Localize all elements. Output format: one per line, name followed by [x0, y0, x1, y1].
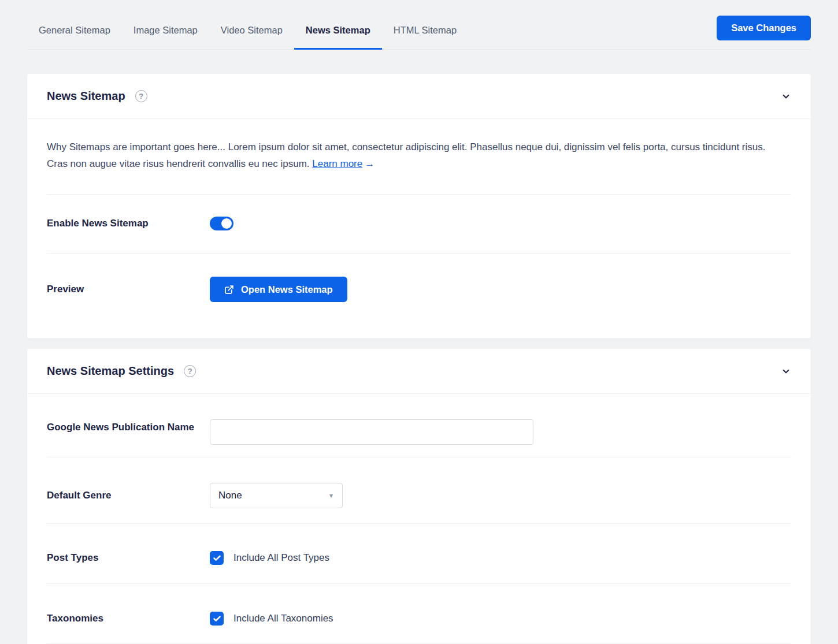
settings-card-body: Google News Publication Name Default Gen… [27, 394, 811, 644]
publication-name-input[interactable] [210, 419, 533, 445]
external-link-icon [224, 285, 234, 295]
news-sitemap-card: News Sitemap ? Why Sitemaps are importan… [27, 74, 811, 338]
settings-card-title: News Sitemap Settings [47, 364, 174, 378]
default-genre-selected-value: None [218, 490, 242, 501]
taxonomies-row: Taxonomies Include All Taxonomies [47, 583, 791, 643]
description-text: Why Sitemaps are important goes here... … [47, 142, 765, 169]
enable-news-sitemap-row: Enable News Sitemap [47, 194, 791, 253]
save-changes-button[interactable]: Save Changes [717, 16, 811, 40]
enable-news-sitemap-label: Enable News Sitemap [47, 215, 210, 232]
tab-html-sitemap[interactable]: HTML Sitemap [382, 12, 468, 49]
arrow-right-icon: → [365, 158, 374, 169]
question-circle-icon[interactable]: ? [184, 365, 196, 377]
enable-news-sitemap-toggle[interactable] [210, 217, 233, 230]
question-circle-icon[interactable]: ? [135, 90, 147, 102]
include-all-taxonomies-label: Include All Taxonomies [233, 613, 333, 624]
include-all-post-types-checkbox[interactable] [210, 551, 224, 565]
default-genre-row: Default Genre None ▾ [47, 457, 791, 523]
news-sitemap-card-body: Why Sitemaps are important goes here... … [27, 119, 811, 338]
tab-image-sitemap[interactable]: Image Sitemap [122, 12, 209, 49]
chevron-down-icon[interactable] [781, 91, 791, 102]
card-description: Why Sitemaps are important goes here... … [47, 119, 775, 194]
toggle-knob [221, 218, 232, 229]
taxonomies-label: Taxonomies [47, 611, 210, 627]
card-title: News Sitemap [47, 90, 125, 103]
post-types-label: Post Types [47, 550, 210, 566]
news-sitemap-card-header: News Sitemap ? [27, 74, 811, 119]
dropdown-caret-icon: ▾ [329, 492, 333, 500]
open-news-sitemap-button[interactable]: Open News Sitemap [210, 277, 347, 302]
checkmark-icon [213, 615, 221, 623]
include-all-post-types-label: Include All Post Types [233, 552, 329, 564]
default-genre-select[interactable]: None ▾ [210, 483, 343, 508]
publication-name-row: Google News Publication Name [47, 394, 791, 457]
sitemap-tabbar: General Sitemap Image Sitemap Video Site… [27, 12, 811, 50]
settings-card-header: News Sitemap Settings ? [27, 349, 811, 394]
preview-label: Preview [47, 281, 210, 297]
checkmark-icon [213, 554, 221, 563]
news-sitemap-settings-card: News Sitemap Settings ? Google News Publ… [27, 349, 811, 644]
page-container: General Sitemap Image Sitemap Video Site… [27, 12, 811, 644]
publication-name-label: Google News Publication Name [47, 419, 210, 435]
learn-more-link[interactable]: Learn more [312, 158, 362, 169]
include-all-taxonomies-checkbox[interactable] [210, 612, 224, 626]
tab-general-sitemap[interactable]: General Sitemap [27, 12, 122, 49]
chevron-down-icon[interactable] [781, 366, 791, 377]
post-types-row: Post Types Include All Post Types [47, 523, 791, 583]
preview-row: Preview Open News Sitemap [47, 253, 791, 338]
tab-news-sitemap[interactable]: News Sitemap [294, 12, 382, 49]
open-news-sitemap-button-label: Open News Sitemap [241, 284, 333, 295]
tab-video-sitemap[interactable]: Video Sitemap [209, 12, 294, 49]
tab-list: General Sitemap Image Sitemap Video Site… [27, 12, 468, 49]
default-genre-label: Default Genre [47, 487, 210, 504]
